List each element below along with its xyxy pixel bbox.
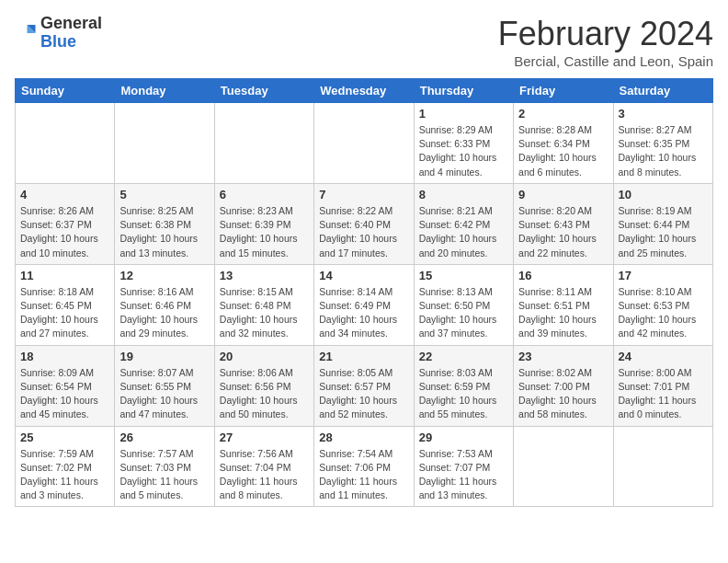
day-info: Sunrise: 8:27 AM Sunset: 6:35 PM Dayligh… bbox=[619, 123, 708, 179]
calendar-day-cell: 24Sunrise: 8:00 AM Sunset: 7:01 PM Dayli… bbox=[613, 345, 712, 426]
calendar-day-cell: 3Sunrise: 8:27 AM Sunset: 6:35 PM Daylig… bbox=[613, 103, 712, 184]
day-info: Sunrise: 8:00 AM Sunset: 7:01 PM Dayligh… bbox=[619, 366, 708, 422]
day-info: Sunrise: 8:20 AM Sunset: 6:43 PM Dayligh… bbox=[518, 204, 608, 260]
day-of-week-header: Friday bbox=[514, 79, 613, 103]
calendar-day-cell: 4Sunrise: 8:26 AM Sunset: 6:37 PM Daylig… bbox=[16, 183, 115, 264]
day-number: 7 bbox=[319, 188, 408, 201]
day-info: Sunrise: 8:05 AM Sunset: 6:57 PM Dayligh… bbox=[319, 366, 408, 422]
day-info: Sunrise: 7:57 AM Sunset: 7:03 PM Dayligh… bbox=[119, 447, 209, 503]
day-of-week-header: Sunday bbox=[16, 79, 115, 103]
day-number: 24 bbox=[619, 350, 708, 363]
day-of-week-header: Saturday bbox=[613, 79, 712, 103]
calendar-day-cell: 17Sunrise: 8:10 AM Sunset: 6:53 PM Dayli… bbox=[613, 264, 712, 345]
calendar-week-row: 4Sunrise: 8:26 AM Sunset: 6:37 PM Daylig… bbox=[16, 183, 713, 264]
day-info: Sunrise: 7:54 AM Sunset: 7:06 PM Dayligh… bbox=[319, 447, 408, 503]
day-number: 13 bbox=[220, 269, 309, 282]
calendar-day-cell: 8Sunrise: 8:21 AM Sunset: 6:42 PM Daylig… bbox=[414, 183, 513, 264]
day-of-week-header: Wednesday bbox=[314, 79, 414, 103]
month-title: February 2024 bbox=[498, 15, 713, 53]
day-number: 22 bbox=[419, 350, 508, 363]
calendar-day-cell: 15Sunrise: 8:13 AM Sunset: 6:50 PM Dayli… bbox=[414, 264, 513, 345]
day-info: Sunrise: 8:28 AM Sunset: 6:34 PM Dayligh… bbox=[518, 123, 608, 179]
calendar-header-row: SundayMondayTuesdayWednesdayThursdayFrid… bbox=[16, 79, 713, 103]
day-number: 2 bbox=[518, 107, 608, 121]
day-number: 5 bbox=[119, 188, 209, 201]
day-info: Sunrise: 8:25 AM Sunset: 6:38 PM Dayligh… bbox=[119, 204, 209, 260]
day-number: 25 bbox=[20, 431, 109, 444]
day-number: 10 bbox=[619, 188, 708, 201]
day-of-week-header: Thursday bbox=[414, 79, 513, 103]
day-number: 28 bbox=[319, 431, 408, 444]
day-info: Sunrise: 8:06 AM Sunset: 6:56 PM Dayligh… bbox=[220, 366, 309, 422]
day-number: 15 bbox=[419, 269, 508, 282]
calendar-day-cell: 11Sunrise: 8:18 AM Sunset: 6:45 PM Dayli… bbox=[16, 264, 115, 345]
day-info: Sunrise: 8:15 AM Sunset: 6:48 PM Dayligh… bbox=[220, 285, 309, 341]
day-info: Sunrise: 8:26 AM Sunset: 6:37 PM Dayligh… bbox=[20, 204, 109, 260]
day-number: 14 bbox=[319, 269, 408, 282]
calendar-day-cell: 21Sunrise: 8:05 AM Sunset: 6:57 PM Dayli… bbox=[314, 345, 414, 426]
calendar-day-cell: 27Sunrise: 7:56 AM Sunset: 7:04 PM Dayli… bbox=[214, 426, 313, 507]
day-info: Sunrise: 8:07 AM Sunset: 6:55 PM Dayligh… bbox=[119, 366, 209, 422]
day-number: 18 bbox=[20, 350, 109, 363]
calendar-day-cell: 19Sunrise: 8:07 AM Sunset: 6:55 PM Dayli… bbox=[115, 345, 214, 426]
logo: General Blue bbox=[15, 15, 102, 52]
day-info: Sunrise: 8:22 AM Sunset: 6:40 PM Dayligh… bbox=[319, 204, 408, 260]
day-info: Sunrise: 8:09 AM Sunset: 6:54 PM Dayligh… bbox=[20, 366, 109, 422]
calendar-day-cell: 20Sunrise: 8:06 AM Sunset: 6:56 PM Dayli… bbox=[214, 345, 313, 426]
day-info: Sunrise: 8:13 AM Sunset: 6:50 PM Dayligh… bbox=[419, 285, 508, 341]
logo-general-text: General bbox=[40, 14, 102, 32]
day-number: 16 bbox=[518, 269, 608, 282]
day-info: Sunrise: 7:59 AM Sunset: 7:02 PM Dayligh… bbox=[20, 447, 109, 503]
day-number: 20 bbox=[220, 350, 309, 363]
calendar-week-row: 11Sunrise: 8:18 AM Sunset: 6:45 PM Dayli… bbox=[16, 264, 713, 345]
page-header: General Blue February 2024 Bercial, Cast… bbox=[15, 15, 713, 69]
day-number: 19 bbox=[119, 350, 209, 363]
day-info: Sunrise: 8:19 AM Sunset: 6:44 PM Dayligh… bbox=[619, 204, 708, 260]
day-number: 1 bbox=[419, 107, 508, 121]
day-info: Sunrise: 8:03 AM Sunset: 6:59 PM Dayligh… bbox=[419, 366, 508, 422]
calendar-day-cell: 5Sunrise: 8:25 AM Sunset: 6:38 PM Daylig… bbox=[115, 183, 214, 264]
day-info: Sunrise: 8:21 AM Sunset: 6:42 PM Dayligh… bbox=[419, 204, 508, 260]
calendar-day-cell bbox=[16, 103, 115, 184]
calendar-day-cell bbox=[214, 103, 313, 184]
day-info: Sunrise: 8:11 AM Sunset: 6:51 PM Dayligh… bbox=[518, 285, 608, 341]
day-info: Sunrise: 8:18 AM Sunset: 6:45 PM Dayligh… bbox=[20, 285, 109, 341]
day-number: 3 bbox=[619, 107, 708, 121]
calendar-day-cell: 6Sunrise: 8:23 AM Sunset: 6:39 PM Daylig… bbox=[214, 183, 313, 264]
day-info: Sunrise: 8:16 AM Sunset: 6:46 PM Dayligh… bbox=[119, 285, 209, 341]
day-of-week-header: Monday bbox=[115, 79, 214, 103]
calendar-day-cell: 7Sunrise: 8:22 AM Sunset: 6:40 PM Daylig… bbox=[314, 183, 414, 264]
calendar-week-row: 1Sunrise: 8:29 AM Sunset: 6:33 PM Daylig… bbox=[16, 103, 713, 184]
calendar-day-cell: 26Sunrise: 7:57 AM Sunset: 7:03 PM Dayli… bbox=[115, 426, 214, 507]
day-number: 9 bbox=[518, 188, 608, 201]
day-info: Sunrise: 7:56 AM Sunset: 7:04 PM Dayligh… bbox=[220, 447, 309, 503]
calendar-day-cell: 16Sunrise: 8:11 AM Sunset: 6:51 PM Dayli… bbox=[514, 264, 613, 345]
day-number: 29 bbox=[419, 431, 508, 444]
day-of-week-header: Tuesday bbox=[214, 79, 313, 103]
calendar-day-cell bbox=[314, 103, 414, 184]
calendar-day-cell: 2Sunrise: 8:28 AM Sunset: 6:34 PM Daylig… bbox=[514, 103, 613, 184]
day-info: Sunrise: 8:10 AM Sunset: 6:53 PM Dayligh… bbox=[619, 285, 708, 341]
logo-icon bbox=[15, 22, 37, 44]
calendar-day-cell: 18Sunrise: 8:09 AM Sunset: 6:54 PM Dayli… bbox=[16, 345, 115, 426]
title-area: February 2024 Bercial, Castille and Leon… bbox=[498, 15, 713, 69]
calendar-day-cell: 13Sunrise: 8:15 AM Sunset: 6:48 PM Dayli… bbox=[214, 264, 313, 345]
calendar-day-cell: 14Sunrise: 8:14 AM Sunset: 6:49 PM Dayli… bbox=[314, 264, 414, 345]
day-info: Sunrise: 7:53 AM Sunset: 7:07 PM Dayligh… bbox=[419, 447, 508, 503]
day-info: Sunrise: 8:14 AM Sunset: 6:49 PM Dayligh… bbox=[319, 285, 408, 341]
day-number: 23 bbox=[518, 350, 608, 363]
day-number: 17 bbox=[619, 269, 708, 282]
calendar-day-cell: 29Sunrise: 7:53 AM Sunset: 7:07 PM Dayli… bbox=[414, 426, 513, 507]
day-number: 21 bbox=[319, 350, 408, 363]
calendar-day-cell: 22Sunrise: 8:03 AM Sunset: 6:59 PM Dayli… bbox=[414, 345, 513, 426]
day-number: 4 bbox=[20, 188, 109, 201]
day-info: Sunrise: 8:02 AM Sunset: 7:00 PM Dayligh… bbox=[518, 366, 608, 422]
day-number: 26 bbox=[119, 431, 209, 444]
logo-blue-text: Blue bbox=[40, 32, 76, 51]
location-subtitle: Bercial, Castille and Leon, Spain bbox=[498, 53, 713, 69]
day-info: Sunrise: 8:23 AM Sunset: 6:39 PM Dayligh… bbox=[220, 204, 309, 260]
calendar-day-cell: 10Sunrise: 8:19 AM Sunset: 6:44 PM Dayli… bbox=[613, 183, 712, 264]
calendar-day-cell: 28Sunrise: 7:54 AM Sunset: 7:06 PM Dayli… bbox=[314, 426, 414, 507]
calendar-day-cell bbox=[514, 426, 613, 507]
calendar-day-cell: 25Sunrise: 7:59 AM Sunset: 7:02 PM Dayli… bbox=[16, 426, 115, 507]
